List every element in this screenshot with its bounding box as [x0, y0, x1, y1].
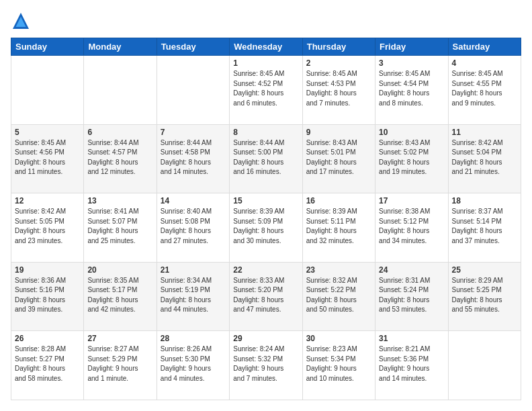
day-number: 4 — [452, 58, 517, 68]
weekday-header: Monday — [84, 38, 157, 56]
day-number: 14 — [161, 196, 226, 205]
day-info: Sunrise: 8:42 AM Sunset: 5:05 PM Dayligh… — [15, 207, 80, 246]
calendar-cell: 30Sunrise: 8:23 AM Sunset: 5:34 PM Dayli… — [302, 331, 375, 400]
day-number: 9 — [306, 128, 371, 137]
day-number: 6 — [87, 128, 152, 137]
calendar-cell: 28Sunrise: 8:26 AM Sunset: 5:30 PM Dayli… — [157, 331, 229, 400]
calendar-cell: 8Sunrise: 8:44 AM Sunset: 5:00 PM Daylig… — [230, 124, 302, 193]
day-info: Sunrise: 8:39 AM Sunset: 5:09 PM Dayligh… — [233, 207, 298, 246]
calendar-cell: 6Sunrise: 8:44 AM Sunset: 4:57 PM Daylig… — [84, 124, 157, 193]
day-info: Sunrise: 8:43 AM Sunset: 5:02 PM Dayligh… — [379, 138, 444, 177]
calendar-cell: 24Sunrise: 8:31 AM Sunset: 5:24 PM Dayli… — [375, 262, 448, 331]
calendar-cell: 18Sunrise: 8:37 AM Sunset: 5:14 PM Dayli… — [448, 193, 521, 263]
day-info: Sunrise: 8:33 AM Sunset: 5:20 PM Dayligh… — [233, 276, 298, 315]
weekday-header: Tuesday — [157, 38, 229, 56]
calendar-cell: 2Sunrise: 8:45 AM Sunset: 4:53 PM Daylig… — [302, 56, 375, 125]
weekday-header-row: SundayMondayTuesdayWednesdayThursdayFrid… — [11, 38, 521, 56]
day-number: 12 — [15, 196, 80, 205]
day-number: 17 — [379, 196, 444, 205]
calendar-cell: 5Sunrise: 8:45 AM Sunset: 4:56 PM Daylig… — [11, 124, 84, 193]
weekday-header: Thursday — [302, 38, 375, 56]
calendar-cell: 25Sunrise: 8:29 AM Sunset: 5:25 PM Dayli… — [448, 262, 521, 331]
logo — [11, 11, 34, 31]
calendar-week-row: 1Sunrise: 8:45 AM Sunset: 4:52 PM Daylig… — [11, 56, 521, 125]
day-info: Sunrise: 8:45 AM Sunset: 4:54 PM Dayligh… — [379, 69, 444, 108]
weekday-header: Sunday — [11, 38, 84, 56]
day-number: 19 — [15, 265, 80, 275]
day-number: 29 — [233, 334, 298, 343]
weekday-header: Saturday — [448, 38, 521, 56]
day-number: 8 — [233, 128, 298, 137]
calendar-week-row: 19Sunrise: 8:36 AM Sunset: 5:16 PM Dayli… — [11, 262, 521, 331]
day-number: 31 — [379, 334, 444, 343]
day-info: Sunrise: 8:45 AM Sunset: 4:52 PM Dayligh… — [233, 69, 298, 108]
calendar-week-row: 12Sunrise: 8:42 AM Sunset: 5:05 PM Dayli… — [11, 193, 521, 263]
day-info: Sunrise: 8:21 AM Sunset: 5:36 PM Dayligh… — [379, 345, 444, 383]
calendar-cell: 19Sunrise: 8:36 AM Sunset: 5:16 PM Dayli… — [11, 262, 84, 331]
day-number: 27 — [87, 334, 152, 343]
day-info: Sunrise: 8:32 AM Sunset: 5:22 PM Dayligh… — [306, 276, 371, 315]
day-info: Sunrise: 8:23 AM Sunset: 5:34 PM Dayligh… — [306, 345, 371, 383]
calendar-cell: 22Sunrise: 8:33 AM Sunset: 5:20 PM Dayli… — [230, 262, 302, 331]
calendar-cell: 26Sunrise: 8:28 AM Sunset: 5:27 PM Dayli… — [11, 331, 84, 400]
calendar-cell: 4Sunrise: 8:45 AM Sunset: 4:55 PM Daylig… — [448, 56, 521, 125]
calendar-cell: 20Sunrise: 8:35 AM Sunset: 5:17 PM Dayli… — [84, 262, 157, 331]
day-info: Sunrise: 8:45 AM Sunset: 4:55 PM Dayligh… — [452, 69, 517, 108]
calendar-cell: 21Sunrise: 8:34 AM Sunset: 5:19 PM Dayli… — [157, 262, 229, 331]
day-number: 3 — [379, 58, 444, 68]
day-info: Sunrise: 8:35 AM Sunset: 5:17 PM Dayligh… — [87, 276, 152, 315]
day-info: Sunrise: 8:26 AM Sunset: 5:30 PM Dayligh… — [161, 345, 226, 383]
day-number: 5 — [15, 128, 80, 137]
day-info: Sunrise: 8:34 AM Sunset: 5:19 PM Dayligh… — [161, 276, 226, 315]
day-info: Sunrise: 8:37 AM Sunset: 5:14 PM Dayligh… — [452, 207, 517, 246]
calendar-cell: 3Sunrise: 8:45 AM Sunset: 4:54 PM Daylig… — [375, 56, 448, 125]
day-info: Sunrise: 8:39 AM Sunset: 5:11 PM Dayligh… — [306, 207, 371, 246]
calendar-cell: 14Sunrise: 8:40 AM Sunset: 5:08 PM Dayli… — [157, 193, 229, 263]
calendar-cell — [157, 56, 229, 125]
calendar-cell: 10Sunrise: 8:43 AM Sunset: 5:02 PM Dayli… — [375, 124, 448, 193]
day-info: Sunrise: 8:27 AM Sunset: 5:29 PM Dayligh… — [87, 345, 152, 383]
calendar-cell: 13Sunrise: 8:41 AM Sunset: 5:07 PM Dayli… — [84, 193, 157, 263]
day-info: Sunrise: 8:31 AM Sunset: 5:24 PM Dayligh… — [379, 276, 444, 315]
day-number: 2 — [306, 58, 371, 68]
day-info: Sunrise: 8:44 AM Sunset: 4:58 PM Dayligh… — [161, 138, 226, 177]
calendar-cell: 23Sunrise: 8:32 AM Sunset: 5:22 PM Dayli… — [302, 262, 375, 331]
day-info: Sunrise: 8:38 AM Sunset: 5:12 PM Dayligh… — [379, 207, 444, 246]
header — [11, 11, 521, 31]
weekday-header: Wednesday — [230, 38, 302, 56]
day-info: Sunrise: 8:44 AM Sunset: 4:57 PM Dayligh… — [87, 138, 152, 177]
calendar-week-row: 5Sunrise: 8:45 AM Sunset: 4:56 PM Daylig… — [11, 124, 521, 193]
day-number: 11 — [452, 128, 517, 137]
calendar-cell: 7Sunrise: 8:44 AM Sunset: 4:58 PM Daylig… — [157, 124, 229, 193]
day-info: Sunrise: 8:40 AM Sunset: 5:08 PM Dayligh… — [161, 207, 226, 246]
day-number: 23 — [306, 265, 371, 275]
logo-icon — [11, 11, 31, 31]
weekday-header: Friday — [375, 38, 448, 56]
calendar-cell — [84, 56, 157, 125]
calendar-cell: 9Sunrise: 8:43 AM Sunset: 5:01 PM Daylig… — [302, 124, 375, 193]
day-number: 10 — [379, 128, 444, 137]
day-number: 7 — [161, 128, 226, 137]
calendar-cell: 16Sunrise: 8:39 AM Sunset: 5:11 PM Dayli… — [302, 193, 375, 263]
day-number: 25 — [452, 265, 517, 275]
calendar-cell: 31Sunrise: 8:21 AM Sunset: 5:36 PM Dayli… — [375, 331, 448, 400]
calendar-cell: 27Sunrise: 8:27 AM Sunset: 5:29 PM Dayli… — [84, 331, 157, 400]
day-number: 16 — [306, 196, 371, 205]
day-number: 24 — [379, 265, 444, 275]
calendar-cell: 15Sunrise: 8:39 AM Sunset: 5:09 PM Dayli… — [230, 193, 302, 263]
calendar-table: SundayMondayTuesdayWednesdayThursdayFrid… — [11, 38, 521, 400]
day-number: 21 — [161, 265, 226, 275]
day-info: Sunrise: 8:36 AM Sunset: 5:16 PM Dayligh… — [15, 276, 80, 315]
calendar-cell — [448, 331, 521, 400]
day-info: Sunrise: 8:45 AM Sunset: 4:53 PM Dayligh… — [306, 69, 371, 108]
day-number: 22 — [233, 265, 298, 275]
day-info: Sunrise: 8:45 AM Sunset: 4:56 PM Dayligh… — [15, 138, 80, 177]
day-number: 28 — [161, 334, 226, 343]
day-info: Sunrise: 8:29 AM Sunset: 5:25 PM Dayligh… — [452, 276, 517, 315]
day-number: 13 — [87, 196, 152, 205]
page: SundayMondayTuesdayWednesdayThursdayFrid… — [0, 0, 532, 411]
day-info: Sunrise: 8:43 AM Sunset: 5:01 PM Dayligh… — [306, 138, 371, 177]
day-info: Sunrise: 8:42 AM Sunset: 5:04 PM Dayligh… — [452, 138, 517, 177]
day-number: 15 — [233, 196, 298, 205]
day-number: 20 — [87, 265, 152, 275]
